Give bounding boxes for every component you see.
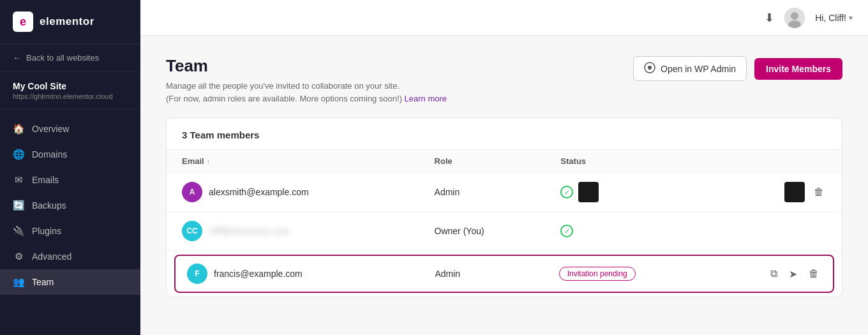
svg-point-4	[648, 66, 652, 70]
status-cell: ✓	[560, 182, 750, 202]
table-row: CC cliff@elementor.com Owner (You) ✓	[167, 212, 842, 251]
greeting-text: Hi, Cliff!	[815, 13, 846, 23]
site-name: My Cool Site	[13, 81, 128, 91]
sidebar-item-advanced[interactable]: ⚙ Advanced	[0, 244, 140, 269]
globe-icon: 🌐	[13, 149, 24, 160]
top-bar: ⬇ Hi, Cliff! ▾	[140, 0, 868, 36]
svg-point-1	[791, 12, 798, 20]
back-link-label: Back to all websites	[26, 53, 99, 63]
team-count: 3 Team members	[167, 118, 842, 150]
sort-icon: ↑	[207, 158, 211, 165]
avatar: F	[187, 264, 207, 284]
action-black-square	[784, 182, 805, 202]
sidebar-item-plugins-label: Plugins	[32, 226, 61, 236]
delete-button[interactable]: 🗑	[811, 184, 827, 200]
wp-admin-label: Open in WP Admin	[661, 64, 736, 74]
active-check-icon: ✓	[560, 225, 573, 237]
site-url: https://ghlrmtnn.elementor.cloud	[13, 93, 128, 100]
team-card: 3 Team members Email ↑ Role Status A	[166, 117, 842, 297]
home-icon: 🏠	[13, 123, 24, 135]
role-cell: Owner (You)	[435, 226, 561, 236]
delete-button[interactable]: 🗑	[806, 265, 821, 282]
email-text-blurred: cliff@elementor.com	[209, 226, 290, 236]
email-text: alexsmith@example.com	[209, 187, 309, 197]
status-black-badge	[578, 182, 599, 202]
header-actions: Open in WP Admin Invite Members	[633, 56, 842, 81]
sidebar-item-backups-label: Backups	[32, 200, 66, 211]
sidebar-item-domains[interactable]: 🌐 Domains	[0, 142, 140, 167]
page-title-section: Team Manage all the people you've invite…	[166, 56, 447, 105]
email-column-header: Email ↑	[182, 156, 435, 166]
description-line2: (For now, admin roles are available. Mor…	[166, 94, 402, 103]
send-button[interactable]: ➤	[786, 265, 800, 283]
email-text: francis@example.com	[214, 269, 303, 279]
table-row: F francis@example.com Admin Invitation p…	[174, 255, 834, 293]
email-cell: A alexsmith@example.com	[182, 182, 435, 202]
status-column-header: Status	[560, 156, 750, 166]
invitation-pending-badge: Invitation pending	[559, 267, 636, 281]
sidebar-item-team[interactable]: 👥 Team	[0, 269, 140, 295]
table-row: A alexsmith@example.com Admin ✓ 🗑	[167, 173, 842, 212]
back-arrow-icon: ←	[13, 53, 21, 63]
invite-members-button[interactable]: Invite Members	[754, 58, 842, 80]
role-cell: Admin	[435, 187, 561, 197]
wp-icon	[644, 62, 655, 75]
page-header: Team Manage all the people you've invite…	[166, 56, 842, 105]
team-icon: 👥	[13, 276, 24, 288]
page-content: Team Manage all the people you've invite…	[140, 36, 868, 335]
page-description: Manage all the people you've invited to …	[166, 80, 447, 105]
plugins-icon: 🔌	[13, 225, 24, 237]
backups-icon: 🔄	[13, 200, 24, 211]
sidebar-logo: e elementor	[0, 0, 140, 44]
sidebar-item-emails-label: Emails	[32, 175, 59, 185]
page-title: Team	[166, 56, 447, 76]
sidebar-item-emails[interactable]: ✉ Emails	[0, 167, 140, 193]
elementor-logo-text: elementor	[40, 15, 94, 28]
elementor-logo-icon: e	[13, 11, 33, 32]
description-line1: Manage all the people you've invited to …	[166, 81, 400, 91]
avatar: A	[182, 182, 202, 202]
chevron-down-icon: ▾	[849, 13, 853, 22]
main-content: ⬇ Hi, Cliff! ▾ Team Manage all the peopl…	[140, 0, 868, 335]
actions-cell: ⧉ ➤ 🗑	[745, 265, 821, 283]
sidebar-item-domains-label: Domains	[32, 149, 67, 160]
user-avatar	[784, 8, 805, 28]
status-cell: Invitation pending	[559, 267, 745, 281]
back-to-all-websites-link[interactable]: ← Back to all websites	[0, 44, 140, 72]
nav-menu: 🏠 Overview 🌐 Domains ✉ Emails 🔄 Backups …	[0, 110, 140, 335]
role-column-header: Role	[435, 156, 561, 166]
actions-cell: 🗑	[750, 182, 827, 202]
actions-column-header	[750, 156, 827, 166]
sidebar-item-backups[interactable]: 🔄 Backups	[0, 193, 140, 218]
open-wp-admin-button[interactable]: Open in WP Admin	[633, 56, 747, 81]
status-cell: ✓	[560, 225, 750, 237]
sidebar: e elementor ← Back to all websites My Co…	[0, 0, 140, 335]
advanced-icon: ⚙	[13, 251, 24, 262]
copy-button[interactable]: ⧉	[768, 265, 780, 282]
sidebar-item-team-label: Team	[32, 277, 54, 287]
learn-more-link[interactable]: Learn more	[405, 94, 447, 103]
sidebar-item-overview[interactable]: 🏠 Overview	[0, 116, 140, 142]
top-bar-right: ⬇ Hi, Cliff! ▾	[765, 8, 853, 28]
email-icon: ✉	[13, 174, 24, 186]
avatar: CC	[182, 221, 202, 241]
table-header: Email ↑ Role Status	[167, 150, 842, 173]
email-cell: F francis@example.com	[187, 264, 435, 284]
sidebar-item-advanced-label: Advanced	[32, 251, 71, 262]
user-greeting[interactable]: Hi, Cliff! ▾	[815, 13, 853, 23]
site-info: My Cool Site https://ghlrmtnn.elementor.…	[0, 72, 140, 110]
email-cell: CC cliff@elementor.com	[182, 221, 435, 241]
role-cell: Admin	[435, 269, 558, 279]
download-icon[interactable]: ⬇	[765, 11, 774, 25]
sidebar-item-plugins[interactable]: 🔌 Plugins	[0, 218, 140, 244]
sidebar-item-overview-label: Overview	[32, 124, 69, 134]
active-check-icon: ✓	[560, 186, 573, 198]
